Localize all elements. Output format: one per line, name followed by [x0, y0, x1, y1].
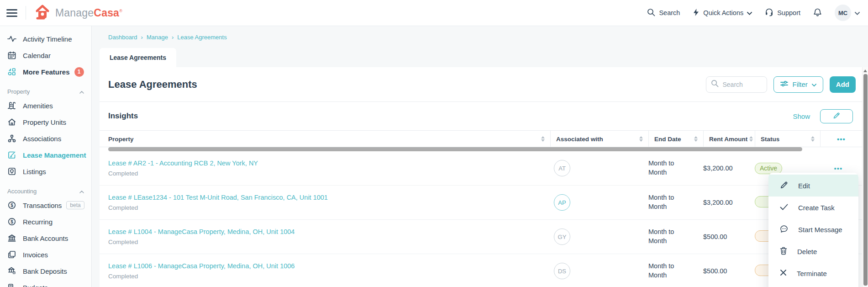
sidebar-section-property[interactable]: Property — [7, 87, 84, 96]
search-icon — [711, 80, 719, 89]
scroll-up-arrow-icon[interactable] — [863, 69, 867, 72]
sidebar-item-bank-deposits[interactable]: Bank Deposits — [0, 263, 91, 279]
sidebar-item-lease-management[interactable]: Lease Management — [0, 147, 91, 163]
breadcrumb-manage[interactable]: Manage — [147, 34, 168, 41]
lease-status-note: Completed — [108, 204, 550, 211]
lease-status-note: Completed — [108, 273, 550, 280]
sort-icon[interactable] — [541, 136, 545, 142]
sidebar-item-associations[interactable]: Associations — [0, 130, 91, 147]
tab-lease-agreements[interactable]: Lease Agreements — [100, 48, 176, 67]
sidebar-section-accounting[interactable]: Accounting — [7, 187, 84, 195]
sidebar-item-more-features[interactable]: More Features 1 — [0, 64, 91, 80]
sort-icon[interactable] — [694, 136, 698, 142]
column-header-status[interactable]: Status — [755, 131, 820, 147]
brand-logo[interactable]: ManageCasa® — [33, 3, 122, 22]
check-icon — [780, 204, 788, 212]
scrollbar-thumb[interactable] — [863, 74, 868, 286]
table-row[interactable]: Lease # L1006 - ManageCasa Property, Med… — [100, 254, 862, 287]
sidebar-item-label: Activity Timeline — [23, 35, 72, 43]
column-header-end-date[interactable]: End Date — [648, 131, 703, 147]
edit-insights-button[interactable] — [820, 109, 853, 123]
sidebar-item-label: Associations — [23, 135, 61, 143]
calendar-icon — [7, 51, 16, 60]
edit-square-icon — [7, 150, 16, 159]
table-row[interactable]: Lease # AR2 -1 - Accounting RCB 2, New Y… — [100, 151, 862, 186]
rent-amount-cell: $500.00 — [703, 267, 755, 275]
breadcrumb: Dashboard›Manage›Lease Agreements — [100, 26, 868, 48]
sidebar-item-label: Amenities — [23, 102, 53, 110]
shapes-icon — [7, 67, 16, 76]
sidebar-item-amenities[interactable]: Amenities — [0, 97, 91, 114]
user-menu[interactable]: MC — [835, 5, 860, 21]
add-button[interactable]: Add — [830, 76, 856, 93]
sidebar-item-transactions[interactable]: $ Transactions beta — [0, 197, 91, 213]
chevron-up-icon — [79, 187, 84, 195]
hamburger-menu-icon[interactable] — [6, 9, 17, 17]
row-options-button[interactable]: ••• — [820, 165, 857, 172]
sidebar-item-bank-accounts[interactable]: Bank Accounts — [0, 230, 91, 246]
support-button[interactable]: Support — [765, 8, 800, 18]
column-label: End Date — [654, 136, 681, 143]
sidebar-item-activity-timeline[interactable]: Activity Timeline — [0, 31, 91, 47]
lease-link[interactable]: Lease # L1004 - ManageCasa Property, Med… — [108, 228, 550, 235]
menu-item-terminate[interactable]: Terminate — [768, 262, 858, 284]
column-header-rent-amount[interactable]: Rent Amount — [703, 131, 755, 147]
lease-link[interactable]: Lease # LEase1234 - 101 Test M-Unit Road… — [108, 194, 550, 201]
end-date-cell: Month to Month — [648, 262, 689, 280]
menu-item-delete[interactable]: Delete — [768, 240, 858, 262]
end-date-cell: Month to Month — [648, 193, 689, 211]
map-pin-icon — [7, 167, 16, 176]
dollar-circle-icon: $ — [7, 201, 16, 210]
filter-button[interactable]: Filter — [773, 76, 823, 93]
status-badge: Active — [755, 163, 782, 174]
lease-status-note: Completed — [108, 170, 550, 177]
column-options-button[interactable]: ••• — [820, 131, 857, 147]
end-date-cell: Month to Month — [648, 159, 689, 177]
search-input[interactable] — [722, 81, 762, 88]
column-label: Property — [108, 136, 134, 143]
sidebar: Activity Timeline Calendar More Features… — [0, 26, 92, 287]
pencil-icon — [833, 112, 840, 121]
associated-avatar: DS — [554, 263, 570, 279]
sidebar-item-invoices[interactable]: Invoices — [0, 246, 91, 263]
notifications-button[interactable] — [813, 8, 822, 18]
quick-actions-button[interactable]: Quick Actions — [693, 8, 752, 18]
sidebar-item-calendar[interactable]: Calendar — [0, 47, 91, 64]
sidebar-item-property-units[interactable]: Property Units — [0, 114, 91, 130]
sort-icon[interactable] — [639, 136, 643, 142]
menu-item-create-task[interactable]: Create Task — [768, 197, 858, 218]
beta-badge: beta — [66, 201, 84, 209]
horizontal-scrollbar[interactable] — [108, 147, 802, 151]
trash-icon — [780, 247, 787, 256]
sort-icon[interactable] — [749, 136, 753, 142]
column-label: Rent Amount — [709, 136, 747, 143]
menu-item-start-message[interactable]: Start Message — [768, 218, 858, 240]
show-link[interactable]: Show — [793, 112, 810, 120]
sidebar-item-label: Recurring — [23, 218, 53, 226]
sidebar-item-label: Transactions — [23, 202, 62, 209]
x-icon — [780, 269, 787, 277]
sidebar-item-recurring[interactable]: $ Recurring — [0, 213, 91, 230]
table-row[interactable]: Lease # LEase1234 - 101 Test M-Unit Road… — [100, 186, 862, 220]
search-icon — [647, 8, 655, 18]
chat-bubble-icon — [780, 225, 788, 234]
table-row[interactable]: Lease # L1004 - ManageCasa Property, Med… — [100, 220, 862, 254]
column-header-property[interactable]: Property — [108, 131, 550, 147]
lease-link[interactable]: Lease # AR2 -1 - Accounting RCB 2, New Y… — [108, 159, 550, 167]
section-header: Accounting — [7, 188, 37, 195]
column-label: Status — [761, 136, 779, 143]
lease-link[interactable]: Lease # L1006 - ManageCasa Property, Med… — [108, 262, 550, 270]
rent-amount-cell: $500.00 — [703, 233, 755, 240]
sidebar-item-label: Bank Deposits — [23, 267, 67, 275]
sidebar-item-budgets[interactable]: $ Budgets — [0, 279, 91, 287]
breadcrumb-lease-agreements[interactable]: Lease Agreements — [177, 34, 226, 41]
sidebar-item-listings[interactable]: Listings — [0, 163, 91, 180]
associated-avatar: AP — [554, 194, 570, 211]
global-search-button[interactable]: Search — [647, 8, 680, 18]
sort-icon[interactable] — [811, 136, 815, 142]
filter-label: Filter — [792, 80, 807, 88]
column-header-associated-with[interactable]: Associated with — [550, 131, 648, 147]
breadcrumb-dashboard[interactable]: Dashboard — [108, 34, 137, 41]
vertical-scrollbar[interactable] — [862, 67, 868, 287]
menu-item-edit[interactable]: Edit — [768, 175, 858, 197]
